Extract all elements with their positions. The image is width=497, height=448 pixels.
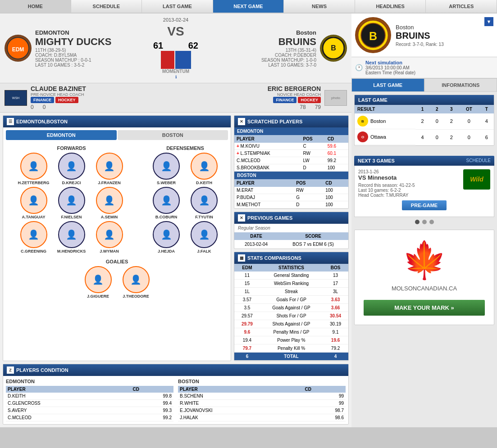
right-team-name: BRUINS [396,31,444,41]
avatar-greening: 👤 [20,221,47,248]
right-team-city: Boston [396,24,444,31]
avatar-coburn: 👤 [153,187,180,214]
cond-row-jhalak: J.HALAK98.6 [178,414,346,421]
team-name-edmonton: EDMONTON MIGHTY DUCKS 11TH (38-29-5) COA… [35,29,112,68]
scratched-panel: ✕ SCRATCHED PLAYERS EDMONTON PLAYER POS … [234,115,349,209]
players-condition-panel: Z PLAYERS CONDITION EDMONTON PLAYER CD D… [3,364,349,425]
nav-articles[interactable]: ARTICLES [426,0,497,13]
next-sim-info: Next simulation 3/6/2013 10:00:00 AM Eas… [365,60,415,75]
scratched-th-player: PLAYER [234,135,301,143]
player-c-greening: 👤 C.GREENING [16,221,52,253]
next-sim-label: Next simulation [365,60,415,65]
player-j-falk: 👤 J.FALK [186,221,222,253]
coach-title-right: NOVICE HEAD COACH [268,92,321,97]
scratched-edm-header: EDMONTON [234,127,348,135]
lg-row-boston: B Boston 20204 [355,113,494,129]
coach-name-left: CLAUDE BAZINET [31,85,86,92]
lg-th-ot: OT [459,105,479,113]
nav-news[interactable]: NEWS [284,0,355,13]
next-sim-timezone: Eastern Time (Real date) [365,70,415,75]
dropdown-button[interactable]: ▼ [484,17,493,26]
coach-title-left: PRE-NOVICE HEAD COACH [31,92,86,97]
coach-logo-left: WSH [5,90,27,106]
nav-headlines[interactable]: HEADLINES [355,0,426,13]
lineup-panel-header: ☰ EDMONTON,BOSTON [3,116,231,127]
right-team-record: Record: 3-7-0, Rank: 13 [396,42,444,47]
player-f-tyutin: 👤 F.TYUTIN [186,187,222,219]
nav-schedule[interactable]: SCHEDULE [71,0,142,13]
match-date: 2013-02-24 [140,17,212,23]
wild-logo: Wild [463,169,490,190]
clock-icon: 🕐 [355,64,363,71]
player-d-krejci: 👤 D.KREJCI [54,153,90,185]
game-row-1: 2013-02-04 BOS 7 vs EDM 6 (S) [234,240,348,249]
lineup-section: ☰ EDMONTON,BOSTON EDMONTON BOSTON FORWAR… [0,113,351,364]
nav-last-game[interactable]: LAST GAME [142,0,213,13]
momentum-left: 61 [153,41,163,51]
coach-stat1-left: 0 [31,104,34,110]
momentum-label: MOMENTUM [140,69,212,74]
last-game-title: LAST GAME [355,95,494,105]
avatar-nielsen: 👤 [58,187,85,214]
coach-area: WSH CLAUDE BAZINET PRE-NOVICE HEAD COACH… [0,83,351,113]
player-j-hejda: 👤 J.HEJDA [148,221,184,253]
last-game-table: RESULT 1 2 3 OT T B Boston 20204 O [355,105,494,145]
condition-title: PLAYERS CONDITION [16,367,68,373]
vs-text: VS [140,24,212,39]
pregame-button[interactable]: PRE-GAME [402,200,447,210]
coach-name-right: ERIC BERGERON [268,85,321,92]
condition-edm-table: PLAYER CD D.KEITH99.8 C.GLENCROSS99.4 S.… [6,386,173,421]
coach-right: ERIC BERGERON NOVICE HEAD COACH FINANCE … [176,85,347,110]
pregame-container: PRE-GAME [361,200,488,210]
player-s-weber: 👤 S.WEBER [148,153,184,185]
cond-row-savery: S.AVERY99.3 [6,407,173,414]
player-j-giguere: 👤 J.GIGUERE [80,266,116,299]
cond-row-bschenn: B.SCHENN99 [178,393,346,400]
stats-row-ga: 3.5Goals Against / GP3.66 [234,304,348,312]
bruins-logo-large: B [355,17,391,53]
tab-informations[interactable]: INFORMATIONS [424,78,497,92]
cond-row-dkeith: D.KEITH99.8 [6,393,173,400]
scratched-edmonton-table: PLAYER POS CD + M.KOIVU C 59.6 + L.STEMP… [234,135,348,172]
next3-coach: Head Coach: T.MURRAY [358,193,415,198]
coach-info-left: CLAUDE BAZINET PRE-NOVICE HEAD COACH FIN… [31,85,86,110]
nav-next-game[interactable]: NEXT GAME [213,0,284,13]
dot-3[interactable] [429,220,434,224]
ad-cta-button[interactable]: MAKE YOUR MARK » [364,300,485,316]
edmonton-logo: EDM [5,35,32,62]
dot-1[interactable] [415,220,419,224]
momentum-bar-red [161,51,174,69]
avatar-franzen: 👤 [96,153,123,180]
lg-team-boston: Boston [370,118,386,124]
schedule-link[interactable]: SCHEDULE [466,158,491,163]
next3-info: 2013-1-26 VS Minnesota Record this seaso… [358,169,415,198]
prev-games-icon: ✕ [238,214,245,222]
ottawa-team-icon: O [357,131,368,142]
coach-stat1-right: 78 [300,104,305,110]
dot-2[interactable] [422,220,427,224]
badge-finance-left: FINANCE [31,97,54,103]
nav-home[interactable]: HOME [0,0,71,13]
stats-row-gf: 3.57Goals For / GP3.63 [234,296,348,304]
avatar-keith: 👤 [191,153,218,180]
tab-last-game[interactable]: LAST GAME [351,78,424,92]
avatar-tanguay: 👤 [20,187,47,214]
avatar-wyman: 👤 [96,221,123,248]
stats-table: EDM STATISTICS BOS 11General Standing13 … [234,264,348,361]
tab-boston[interactable]: BOSTON [118,130,228,140]
next3-record: Record this season: 41-22-5 [358,183,415,188]
momentum-right: 62 [188,41,198,51]
condition-bos-th-player: PLAYER [178,386,303,393]
prev-games-panel: ✕ PREVIOUS GAMES Regular Season DATE SCO… [234,212,349,249]
lg-th-t: T [479,105,494,113]
stats-row-standing: 11General Standing13 [234,272,348,280]
scratched-row-mcleod: C.MCLEOD LW 99.2 [234,157,348,164]
badge-hockey-left: HOCKEY [55,97,78,103]
defensemen-grid: 👤 S.WEBER 👤 D.KEITH 👤 B.COBURN [140,153,231,256]
tab-edmonton[interactable]: EDMONTON [6,130,117,140]
badge-hockey-right: HOCKEY [298,97,321,103]
svg-text:B: B [331,44,336,52]
scratched-title: SCRATCHED PLAYERS [247,119,302,124]
player-j-wyman: 👤 J.WYMAN [91,221,128,253]
next3-vs: VS Minnesota [358,174,415,181]
